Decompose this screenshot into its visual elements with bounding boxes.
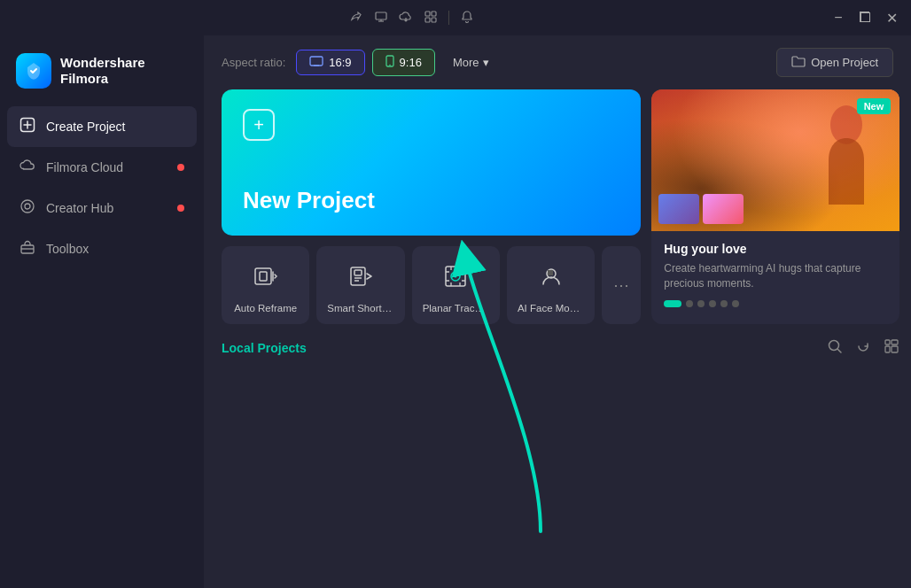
- creator-hub-badge: [177, 205, 184, 212]
- logo-text: Wondershare Filmora: [60, 55, 145, 87]
- search-icon[interactable]: [827, 338, 843, 358]
- titlebar: − ⧠ ✕: [0, 0, 911, 35]
- svg-rect-37: [885, 346, 890, 352]
- svg-rect-5: [425, 18, 430, 22]
- feature-card-smart-short-clip[interactable]: Smart Short Cli...: [316, 246, 404, 324]
- right-panel-body: Hug your love Create heartwarming AI hug…: [651, 231, 899, 318]
- titlebar-icons: [349, 10, 474, 27]
- svg-point-33: [829, 341, 839, 351]
- sidebar-item-create-project[interactable]: Create Project: [7, 106, 197, 147]
- cloud-icon[interactable]: [399, 10, 413, 27]
- local-projects-header: Local Projects: [222, 335, 899, 368]
- new-project-plus-icon: +: [243, 109, 275, 141]
- svg-rect-35: [885, 340, 890, 344]
- svg-point-10: [21, 200, 34, 213]
- sidebar: Wondershare Filmora Create Project Fil: [0, 35, 204, 588]
- share-icon[interactable]: [349, 10, 363, 27]
- right-panel: New Hug your love Create heartwarming AI…: [651, 89, 899, 324]
- logo-area: Wondershare Filmora: [7, 46, 197, 106]
- svg-rect-3: [425, 12, 430, 16]
- aspect-9-16-button[interactable]: 9:16: [372, 49, 435, 76]
- app-body: Wondershare Filmora Create Project Fil: [0, 35, 911, 588]
- sidebar-item-creator-hub[interactable]: Creator Hub: [7, 188, 197, 228]
- right-panel-description: Create heartwarming AI hugs that capture…: [664, 261, 887, 291]
- dot-5[interactable]: [720, 300, 728, 307]
- toolbar: Aspect ratio: 16:9 9:16: [204, 35, 911, 89]
- feature-card-ai-face-mosaic[interactable]: AI Face Mosaic: [507, 246, 595, 324]
- aspect-ratio-label: Aspect ratio:: [222, 56, 285, 69]
- app-logo-icon: [16, 53, 51, 89]
- svg-rect-21: [354, 270, 362, 275]
- bell-icon[interactable]: [460, 10, 474, 27]
- svg-point-11: [25, 204, 30, 209]
- svg-rect-31: [550, 273, 553, 275]
- dot-2[interactable]: [686, 300, 693, 307]
- aspect-9-16-label: 9:16: [400, 56, 422, 69]
- feature-more-button[interactable]: ⋯: [602, 246, 641, 324]
- open-project-label: Open Project: [811, 56, 878, 69]
- svg-rect-6: [432, 18, 436, 22]
- planar-tracking-icon: [436, 257, 475, 296]
- svg-rect-19: [260, 272, 267, 281]
- dot-4[interactable]: [709, 300, 716, 307]
- aspect-16-9-label: 16:9: [329, 56, 351, 69]
- sidebar-item-label: Toolbox: [46, 242, 89, 256]
- folder-icon: [791, 55, 806, 70]
- carousel-dots: [664, 300, 887, 307]
- grid-icon[interactable]: [424, 10, 438, 27]
- svg-rect-14: [310, 57, 323, 66]
- sidebar-item-label: Creator Hub: [46, 201, 113, 215]
- toolbox-icon: [19, 239, 35, 259]
- auto-reframe-icon: [246, 257, 285, 296]
- dot-6[interactable]: [732, 300, 739, 307]
- aspect-16-9-button[interactable]: 16:9: [296, 50, 364, 75]
- smart-short-clip-icon: [341, 257, 380, 296]
- open-project-button[interactable]: Open Project: [776, 48, 893, 77]
- svg-line-34: [838, 350, 842, 353]
- svg-rect-29: [550, 270, 553, 273]
- thumbnail-1: [658, 194, 699, 224]
- svg-rect-28: [548, 270, 550, 273]
- monitor-icon: [309, 56, 323, 69]
- smart-short-clip-label: Smart Short Cli...: [327, 303, 393, 313]
- right-panel-title: Hug your love: [664, 242, 887, 256]
- grid-view-icon[interactable]: [884, 338, 899, 358]
- feature-cards: Auto Reframe Smart Short Cli...: [222, 246, 641, 324]
- sidebar-item-filmora-cloud[interactable]: Filmora Cloud: [7, 147, 197, 188]
- refresh-icon[interactable]: [855, 338, 871, 358]
- sidebar-item-toolbox[interactable]: Toolbox: [7, 228, 197, 269]
- titlebar-separator: [448, 11, 449, 25]
- feature-card-auto-reframe[interactable]: Auto Reframe: [222, 246, 309, 324]
- auto-reframe-label: Auto Reframe: [232, 303, 299, 313]
- screen-icon[interactable]: [374, 10, 388, 27]
- maximize-button[interactable]: ⧠: [853, 5, 877, 30]
- chevron-down-icon: ▾: [483, 56, 489, 69]
- titlebar-controls: − ⧠ ✕: [826, 5, 904, 30]
- main-content: Aspect ratio: 16:9 9:16: [204, 35, 911, 588]
- svg-rect-30: [548, 273, 550, 275]
- thumbnail-2: [703, 194, 744, 224]
- svg-rect-36: [892, 340, 898, 344]
- close-button[interactable]: ✕: [879, 5, 904, 30]
- more-label: More: [453, 56, 479, 69]
- feature-card-planar-tracking[interactable]: Planar Tracking...: [412, 246, 500, 324]
- more-button[interactable]: More ▾: [442, 50, 500, 74]
- svg-rect-18: [255, 268, 271, 284]
- sidebar-item-label: Create Project: [46, 120, 125, 134]
- local-projects-title: Local Projects: [222, 341, 307, 355]
- filmora-cloud-icon: [19, 158, 35, 177]
- ai-face-mosaic-label: AI Face Mosaic: [518, 303, 584, 313]
- projects-empty: [222, 368, 899, 570]
- dot-1[interactable]: [664, 300, 681, 307]
- svg-rect-4: [432, 12, 436, 16]
- new-project-card[interactable]: + New Project: [222, 89, 641, 236]
- sidebar-item-label: Filmora Cloud: [46, 160, 123, 174]
- svg-rect-0: [376, 12, 386, 19]
- dot-3[interactable]: [697, 300, 705, 307]
- right-panel-image: New: [651, 89, 899, 231]
- local-projects-section: Local Projects: [222, 335, 899, 570]
- minimize-button[interactable]: −: [826, 5, 851, 30]
- svg-rect-38: [892, 346, 898, 352]
- ai-face-mosaic-icon: [532, 257, 571, 296]
- create-project-icon: [19, 117, 35, 136]
